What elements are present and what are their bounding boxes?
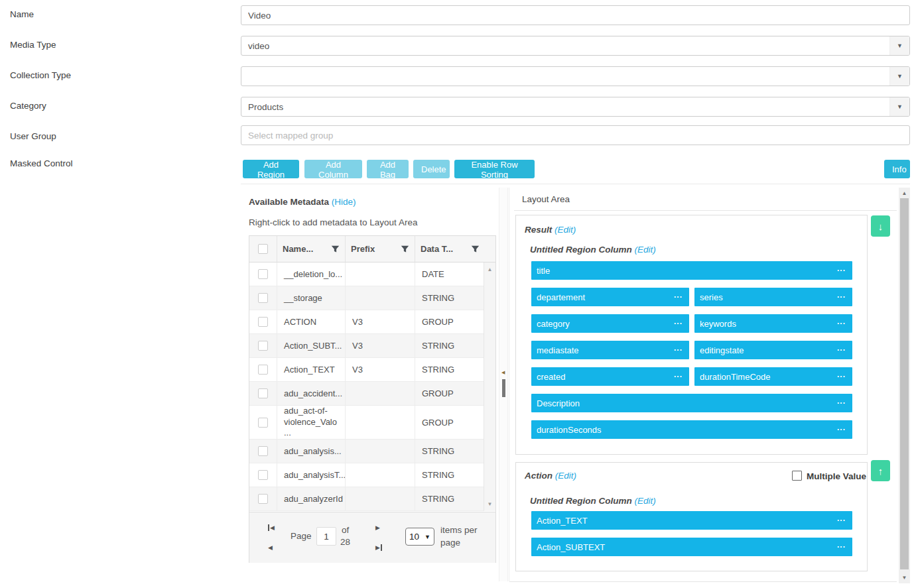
header-datatype: Data T... — [415, 236, 485, 262]
chip-menu-icon[interactable]: ... — [837, 264, 850, 277]
filter-icon[interactable] — [401, 245, 409, 253]
page-number-input[interactable] — [316, 527, 336, 546]
info-button[interactable]: Info — [884, 160, 910, 178]
multiple-value-checkbox[interactable] — [792, 471, 802, 481]
hide-link[interactable]: (Hide) — [332, 197, 356, 207]
table-row[interactable]: Action_TEXT V3 STRING — [249, 358, 485, 382]
table-row[interactable]: adu_analyzerId STRING — [249, 487, 485, 511]
delete-button[interactable]: Delete — [413, 160, 450, 178]
filter-icon[interactable] — [331, 245, 340, 253]
chevron-down-icon[interactable]: ▼ — [889, 36, 909, 55]
chip-menu-icon[interactable]: ... — [674, 317, 686, 330]
chevron-down-icon[interactable]: ▼ — [889, 67, 909, 86]
total-pages: 28 — [340, 537, 350, 547]
collection-type-dropdown[interactable]: ▼ — [241, 66, 910, 86]
user-group-input[interactable] — [241, 125, 910, 145]
grid-pager: ◀ ◀ Page of 28 ▶ ▶ 10 ▼ items per page — [249, 512, 495, 563]
grid-scrollbar[interactable]: ▲ ▼ — [484, 263, 495, 511]
scroll-down-icon[interactable]: ▼ — [899, 575, 910, 581]
chip-action-text[interactable]: Action_TEXT ... — [531, 511, 852, 530]
metadata-grid: Name... Prefix Data T... __deletion_lo..… — [249, 235, 496, 563]
chip-menu-icon[interactable]: ... — [674, 343, 686, 357]
scroll-down-icon[interactable]: ▼ — [484, 501, 495, 507]
chip-menu-icon[interactable]: ... — [674, 370, 686, 383]
chip-menu-icon[interactable]: ... — [837, 290, 850, 304]
table-row[interactable]: adu_analysis... STRING — [249, 440, 485, 463]
action-section-title: Action (Edit) — [525, 471, 576, 481]
row-checkbox[interactable] — [258, 388, 268, 398]
divider — [514, 210, 897, 211]
table-row[interactable]: __storage STRING — [249, 286, 485, 310]
enable-row-sorting-button[interactable]: Enable Row Sorting — [454, 160, 535, 178]
row-checkbox[interactable] — [258, 494, 268, 504]
chip-menu-icon[interactable]: ... — [674, 290, 686, 304]
chip-created[interactable]: created ... — [531, 367, 689, 386]
row-checkbox[interactable] — [258, 269, 268, 279]
layout-area-title: Layout Area — [522, 194, 570, 204]
chip-description[interactable]: Description ... — [531, 394, 852, 412]
page-size-select[interactable]: 10 ▼ — [405, 528, 434, 546]
add-column-button[interactable]: Add Column — [304, 160, 362, 178]
table-row[interactable]: adu_act-of-violence_Valo... GROUP — [249, 406, 485, 440]
table-row[interactable]: adu_analysisT... STRING — [249, 463, 485, 487]
action-column-edit-link[interactable]: (Edit) — [635, 496, 656, 506]
row-checkbox[interactable] — [258, 418, 268, 428]
chip-departement[interactable]: departement ... — [531, 288, 689, 306]
next-page-icon[interactable]: ▶ — [375, 524, 380, 531]
chip-menu-icon[interactable]: ... — [837, 317, 850, 330]
filter-icon[interactable] — [471, 245, 480, 253]
items-per-page-label: items per page — [440, 524, 482, 549]
category-dropdown[interactable]: Products ▼ — [241, 97, 910, 117]
splitter-handle-icon[interactable] — [502, 379, 505, 397]
collapse-left-icon[interactable]: ◀ — [501, 370, 505, 375]
chip-title[interactable]: title ... — [531, 261, 852, 280]
move-section-down-button[interactable]: ↓ — [871, 215, 890, 237]
select-all-checkbox[interactable] — [258, 244, 268, 254]
chip-mediastate[interactable]: mediastate ... — [531, 341, 689, 359]
chip-duration-timecode[interactable]: durationTimeCode ... — [694, 367, 852, 386]
scroll-up-icon[interactable]: ▲ — [484, 266, 495, 272]
first-page-icon[interactable]: ◀ — [268, 524, 275, 531]
row-checkbox[interactable] — [258, 317, 268, 327]
name-input[interactable] — [241, 5, 910, 25]
header-prefix: Prefix — [346, 236, 415, 262]
chip-editingstate[interactable]: editingstate ... — [694, 341, 852, 359]
chevron-down-icon[interactable]: ▼ — [889, 97, 909, 116]
category-value: Products — [241, 102, 889, 112]
page-scrollbar[interactable]: ▲ ▼ — [899, 188, 910, 583]
chip-action-subtext[interactable]: Action_SUBTEXT ... — [531, 538, 852, 556]
metadata-hint-text: Right-click to add metadata to Layout Ar… — [249, 217, 417, 227]
chip-menu-icon[interactable]: ... — [837, 396, 850, 410]
row-checkbox[interactable] — [258, 341, 268, 351]
scroll-up-icon[interactable]: ▲ — [899, 190, 910, 196]
row-checkbox[interactable] — [258, 293, 268, 303]
chip-menu-icon[interactable]: ... — [837, 370, 850, 383]
chip-category[interactable]: category ... — [531, 314, 689, 333]
chip-duration-seconds[interactable]: durationSeconds ... — [531, 420, 852, 439]
table-row[interactable]: adu_accident... GROUP — [249, 382, 485, 406]
panel-splitter[interactable]: ◀ — [499, 188, 508, 581]
chip-keywords[interactable]: keywords ... — [694, 314, 852, 333]
result-column-edit-link[interactable]: (Edit) — [635, 245, 656, 255]
chip-menu-icon[interactable]: ... — [837, 423, 850, 436]
table-row[interactable]: ACTION V3 GROUP — [249, 310, 485, 334]
row-checkbox[interactable] — [258, 365, 268, 375]
row-checkbox[interactable] — [258, 446, 268, 456]
chip-series[interactable]: series ... — [694, 288, 852, 306]
table-row[interactable]: Action_SUBT... V3 STRING — [249, 334, 485, 358]
chip-menu-icon[interactable]: ... — [837, 514, 850, 527]
prev-page-icon[interactable]: ◀ — [268, 544, 273, 551]
last-page-icon[interactable]: ▶ — [375, 544, 382, 551]
table-row[interactable]: __deletion_lo... DATE — [249, 263, 485, 286]
chip-menu-icon[interactable]: ... — [837, 343, 850, 357]
add-bag-button[interactable]: Add Bag — [367, 160, 409, 178]
result-edit-link[interactable]: (Edit) — [555, 225, 576, 235]
chip-menu-icon[interactable]: ... — [837, 540, 850, 554]
row-checkbox[interactable] — [258, 470, 268, 480]
action-edit-link[interactable]: (Edit) — [555, 471, 576, 481]
move-section-up-button[interactable]: ↑ — [871, 460, 890, 481]
add-region-button[interactable]: Add Region — [243, 160, 299, 178]
media-type-dropdown[interactable]: video ▼ — [241, 36, 910, 56]
scrollbar-thumb[interactable] — [900, 198, 909, 569]
of-label: of — [342, 525, 349, 535]
